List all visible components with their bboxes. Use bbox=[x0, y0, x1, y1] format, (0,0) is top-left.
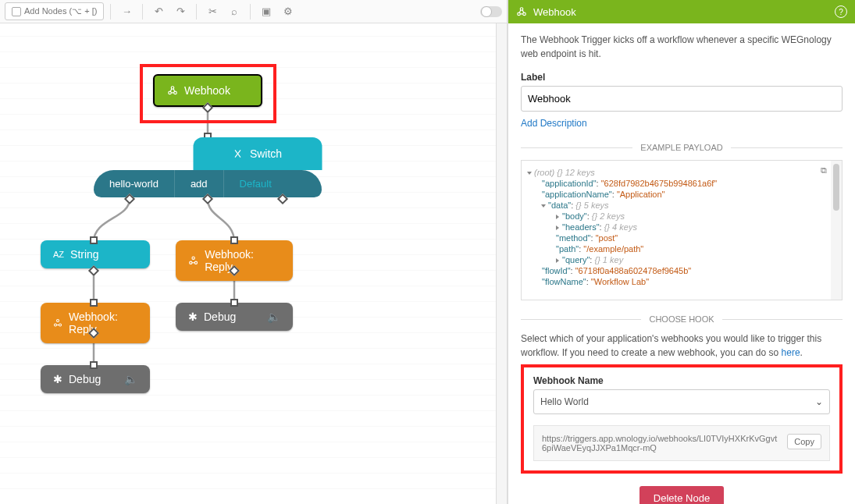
canvas-scrollbar[interactable] bbox=[496, 23, 507, 504]
example-payload[interactable]: ⧉⤢ (root) {} 12 keys "applicationId": "6… bbox=[521, 160, 843, 300]
copy-button[interactable]: Copy bbox=[787, 434, 821, 449]
create-webhook-link[interactable]: here bbox=[782, 346, 800, 360]
properties-panel: Webhook ? The Webhook Trigger kicks off … bbox=[508, 0, 855, 504]
port[interactable] bbox=[90, 299, 98, 307]
workflow-canvas[interactable]: Webhook Switch hello-world add Default bbox=[0, 23, 496, 504]
panel-header: Webhook ? bbox=[508, 0, 855, 23]
webhook-url-box: https://triggers.app.wnology.io/webhooks… bbox=[533, 425, 830, 461]
label-input[interactable] bbox=[521, 86, 843, 112]
section-choose-hook: CHOOSE HOOK bbox=[521, 314, 843, 324]
webhook-select[interactable]: Hello World ⌄ bbox=[533, 389, 830, 414]
help-icon[interactable]: ? bbox=[835, 5, 847, 18]
undo-icon[interactable]: ↶ bbox=[149, 2, 168, 21]
node-webhook-reply[interactable]: Webhook: Reply bbox=[41, 303, 150, 343]
bug-icon: ✱ bbox=[53, 373, 62, 385]
svg-point-6 bbox=[55, 324, 57, 326]
add-description-link[interactable]: Add Description bbox=[521, 118, 587, 129]
node-reply-label: Webhook: Reply bbox=[69, 311, 137, 335]
redo-icon[interactable]: ↷ bbox=[171, 2, 190, 21]
add-nodes-label: Add Nodes (⌥ + [) bbox=[24, 6, 97, 16]
port[interactable] bbox=[90, 236, 98, 244]
arrow-right-icon[interactable]: → bbox=[117, 2, 136, 21]
node-switch-label: Switch bbox=[250, 147, 282, 160]
switch-case[interactable]: Default bbox=[224, 170, 287, 197]
svg-point-5 bbox=[192, 257, 194, 259]
node-webhook-label: Webhook bbox=[184, 84, 230, 97]
chevron-down-icon: ⌄ bbox=[815, 396, 823, 407]
section-example-payload: EXAMPLE PAYLOAD bbox=[521, 143, 843, 152]
node-string[interactable]: AZ String bbox=[41, 240, 150, 268]
svg-point-4 bbox=[194, 261, 197, 264]
zoom-icon[interactable]: ⌕ bbox=[225, 2, 244, 21]
canvas-toggle[interactable] bbox=[480, 6, 502, 17]
bug-icon: ✱ bbox=[188, 311, 198, 323]
copy-payload-icon[interactable]: ⧉ bbox=[821, 165, 827, 176]
node-switch[interactable]: Switch hello-world add Default bbox=[94, 137, 322, 197]
label-heading: Label bbox=[521, 72, 843, 83]
node-debug[interactable]: ✱ Debug 🔈 bbox=[176, 303, 293, 331]
toolbar: Add Nodes (⌥ + [) → ↶ ↷ ✂ ⌕ ▣ ⚙ bbox=[0, 0, 507, 23]
speaker-icon: 🔈 bbox=[124, 373, 137, 385]
node-string-label: String bbox=[70, 248, 99, 261]
webhook-icon bbox=[188, 255, 198, 266]
switch-case[interactable]: add bbox=[175, 170, 224, 197]
cut-icon[interactable]: ✂ bbox=[203, 2, 222, 21]
node-reply-label: Webhook: Reply bbox=[205, 248, 280, 273]
port[interactable] bbox=[230, 299, 238, 307]
webhook-selected: Hello World bbox=[540, 396, 589, 407]
choose-hook-text: Select which of your application's webho… bbox=[521, 332, 843, 360]
choose-hook-highlight: Webhook Name Hello World ⌄ https://trigg… bbox=[521, 364, 843, 474]
svg-point-8 bbox=[57, 319, 59, 321]
webhook-name-label: Webhook Name bbox=[533, 375, 830, 386]
panel-title: Webhook bbox=[533, 6, 576, 18]
settings-icon[interactable]: ⚙ bbox=[279, 2, 297, 21]
az-icon: AZ bbox=[53, 250, 64, 259]
switch-case[interactable]: hello-world bbox=[94, 170, 175, 197]
webhook-icon bbox=[53, 318, 62, 328]
box-icon[interactable]: ▣ bbox=[257, 2, 276, 21]
svg-point-7 bbox=[59, 324, 62, 326]
panel-description: The Webhook Trigger kicks off a workflow… bbox=[521, 33, 843, 61]
webhook-icon bbox=[516, 6, 527, 17]
port[interactable] bbox=[230, 236, 238, 244]
speaker-icon: 🔈 bbox=[267, 311, 280, 323]
port[interactable] bbox=[90, 361, 98, 369]
node-debug-label: Debug bbox=[69, 373, 101, 385]
node-debug-label: Debug bbox=[204, 311, 236, 323]
node-debug[interactable]: ✱ Debug 🔈 bbox=[41, 365, 150, 393]
payload-scrollbar[interactable] bbox=[831, 161, 842, 300]
webhook-url: https://triggers.app.wnology.io/webhooks… bbox=[542, 434, 781, 453]
svg-point-3 bbox=[190, 261, 192, 264]
delete-node-button[interactable]: Delete Node bbox=[639, 486, 724, 504]
search-icon bbox=[12, 7, 21, 16]
switch-icon bbox=[233, 148, 244, 159]
add-nodes-button[interactable]: Add Nodes (⌥ + [) bbox=[5, 2, 104, 20]
webhook-icon bbox=[167, 85, 178, 96]
